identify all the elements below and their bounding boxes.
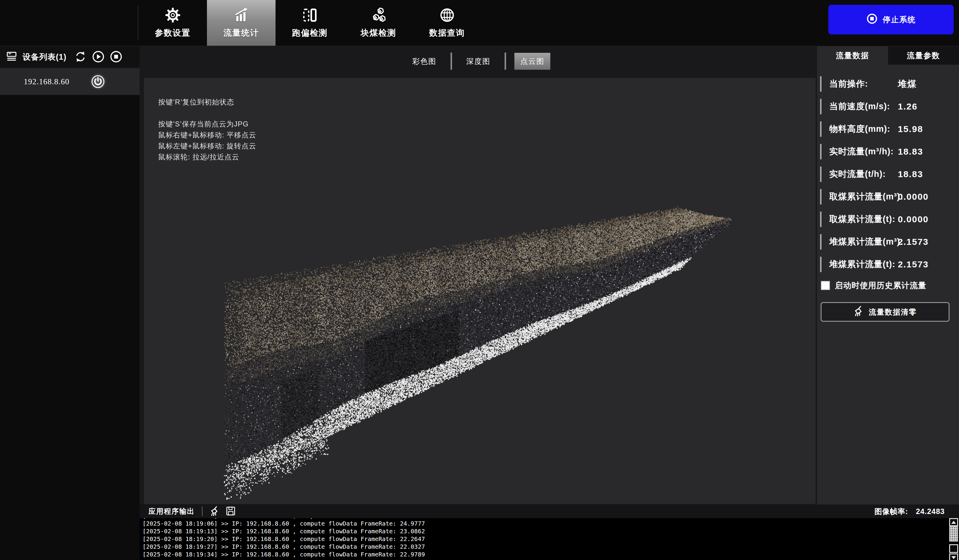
- device-ip: 192.168.8.60: [24, 77, 70, 86]
- row-accent-bar: [820, 144, 822, 159]
- row-label: 当前速度(m/s):: [829, 100, 890, 113]
- arrow-down-icon: [951, 556, 956, 559]
- instruction-line: 按键’R’复位到初始状态: [158, 97, 256, 107]
- viewport-instructions: 按键’R’复位到初始状态 按键’S’保存当前点云为JPG 鼠标右键+鼠标移动: …: [158, 97, 256, 162]
- stop-system-button[interactable]: 停止系统: [828, 5, 954, 34]
- arrow-up-icon: [951, 521, 956, 524]
- log-output[interactable]: [2025-02-08 18:19:06] >> IP: 192.168.8.6…: [140, 518, 948, 560]
- broom-icon: [853, 305, 864, 318]
- flow-row-current-speed: 当前速度(m/s): 1.26: [817, 99, 959, 115]
- save-log-button[interactable]: [226, 506, 236, 517]
- row-value: 2.1573: [898, 259, 929, 269]
- row-accent-bar: [820, 121, 822, 137]
- coal-lumps-icon: [371, 8, 386, 24]
- row-accent-bar: [820, 189, 822, 204]
- device-sidebar: 设备列表(1): [0, 46, 140, 560]
- row-label: 取煤累计流量(m³):: [829, 191, 903, 203]
- toolbar-item-label: 跑偏检测: [292, 27, 328, 38]
- start-device-button[interactable]: [91, 50, 105, 64]
- refresh-devices-button[interactable]: [73, 50, 87, 64]
- row-label: 实时流量(t/h):: [829, 168, 886, 180]
- toolbar-item-label: 流量统计: [223, 27, 259, 38]
- flow-row-stack-total-t: 堆煤累计流量(t): 2.1573: [817, 256, 959, 272]
- flow-row-stack-total-m3: 堆煤累计流量(m³): 2.1573: [817, 234, 959, 250]
- tab-point-cloud[interactable]: 点云图: [515, 53, 550, 70]
- device-list-title: 设备列表(1): [22, 52, 67, 62]
- framerate-label: 图像帧率:: [875, 507, 908, 516]
- flow-panel-tabs: 流量数据 流量参数: [817, 46, 959, 65]
- play-circle-icon: [92, 50, 105, 64]
- tab-separator: [451, 52, 452, 70]
- toolbar-item-label: 块煤检测: [361, 27, 397, 38]
- toolbar-item-lump-coal-detection[interactable]: 块煤检测: [344, 0, 413, 46]
- toolbar-item-flow-statistics[interactable]: 流量统计: [207, 0, 276, 46]
- flow-row-material-height: 物料高度(mm): 15.98: [817, 121, 959, 137]
- clear-flow-data-button[interactable]: 流量数据清零: [820, 302, 949, 322]
- broom-icon: [210, 506, 220, 517]
- tab-flow-data[interactable]: 流量数据: [817, 46, 888, 65]
- belt-deviation-icon: [302, 8, 318, 24]
- row-label: 当前操作:: [829, 78, 868, 90]
- console-separator: [202, 507, 202, 516]
- device-list-header: 设备列表(1): [0, 46, 140, 68]
- tab-color-map[interactable]: 彩色图: [406, 53, 442, 70]
- device-power-button[interactable]: [91, 75, 105, 89]
- gear-icon: [165, 8, 180, 24]
- view-mode-tabs: 彩色图 深度图 点云图: [406, 52, 550, 70]
- toolbar-buttons: 参数设置 流量统计: [139, 0, 481, 46]
- top-toolbar: 参数设置 流量统计: [0, 0, 959, 46]
- row-accent-bar: [820, 76, 822, 92]
- console-title: 应用程序输出: [148, 507, 195, 516]
- log-scrollbar[interactable]: [948, 518, 959, 560]
- row-accent-bar: [820, 234, 822, 250]
- tab-depth-map[interactable]: 深度图: [460, 53, 496, 70]
- history-total-checkbox-row: 启动时使用历史累计流量: [820, 280, 956, 291]
- globe-icon: [440, 8, 455, 24]
- toolbar-item-deviation-detection[interactable]: 跑偏检测: [276, 0, 344, 46]
- flow-row-reclaim-total-t: 取煤累计流量(t): 0.0000: [817, 211, 959, 228]
- stop-device-button[interactable]: [109, 50, 123, 64]
- row-label: 实时流量(m³/h):: [829, 146, 894, 158]
- instruction-line: 按键’S’保存当前点云为JPG: [158, 118, 256, 129]
- scrollbar-page-button[interactable]: [949, 544, 958, 553]
- flow-row-current-operation: 当前操作: 堆煤: [817, 76, 959, 92]
- row-label: 取煤累计流量(t):: [829, 213, 895, 225]
- row-label: 物料高度(mm):: [829, 123, 890, 135]
- log-line: [2025-02-08 18:19:20] >> IP: 192.168.8.6…: [142, 535, 948, 543]
- point-cloud-viewport[interactable]: 按键’R’复位到初始状态 按键’S’保存当前点云为JPG 鼠标右键+鼠标移动: …: [144, 78, 816, 504]
- history-total-checkbox[interactable]: [820, 281, 830, 290]
- instruction-line: 鼠标右键+鼠标移动: 平移点云: [158, 129, 256, 140]
- flow-row-reclaim-total-m3: 取煤累计流量(m³): 0.0000: [817, 189, 959, 205]
- log-line: [2025-02-08 18:19:13] >> IP: 192.168.8.6…: [142, 527, 948, 535]
- flow-data-rows: 当前操作: 堆煤 当前速度(m/s): 1.26 物料高度(mm): 15.98…: [817, 76, 959, 272]
- toolbar-item-parameter-settings[interactable]: 参数设置: [139, 0, 207, 46]
- toolbar-item-data-query[interactable]: 数据查询: [413, 0, 481, 46]
- row-value: 0.0000: [898, 192, 929, 202]
- instruction-line: 鼠标滚轮: 拉远/拉近点云: [158, 151, 256, 162]
- scroll-down-button[interactable]: [949, 554, 958, 560]
- row-accent-bar: [820, 167, 822, 182]
- console-header: 应用程序输出: [140, 504, 959, 518]
- flow-row-realtime-flow-th: 实时流量(t/h): 18.83: [817, 166, 959, 182]
- tab-flow-parameters[interactable]: 流量参数: [888, 46, 959, 65]
- application-output-panel: 应用程序输出: [140, 504, 959, 560]
- row-value: 2.1573: [898, 237, 929, 247]
- scrollbar-thumb[interactable]: [949, 526, 958, 542]
- log-line: [2025-02-08 18:19:34] >> IP: 192.168.8.6…: [142, 550, 948, 558]
- row-value: 18.83: [898, 146, 923, 157]
- device-list-icon: [6, 51, 18, 64]
- clear-log-button[interactable]: [210, 506, 220, 517]
- device-row[interactable]: 192.168.8.60: [0, 68, 140, 95]
- row-accent-bar: [820, 212, 822, 227]
- bar-chart-icon: [234, 8, 249, 24]
- row-value: 1.26: [898, 102, 918, 111]
- scroll-up-button[interactable]: [949, 518, 958, 526]
- main-view: 彩色图 深度图 点云图 按键’R’复位到初始状态 按键’S’保存当前点云为JPG…: [140, 46, 817, 504]
- save-icon: [226, 506, 236, 517]
- stop-circle-icon: [866, 13, 878, 27]
- row-label: 堆煤累计流量(m³):: [829, 236, 903, 248]
- row-value: 堆煤: [898, 78, 917, 90]
- instruction-line: 鼠标左键+鼠标移动: 旋转点云: [158, 140, 256, 151]
- tab-separator: [505, 52, 506, 70]
- toolbar-item-label: 参数设置: [155, 27, 191, 38]
